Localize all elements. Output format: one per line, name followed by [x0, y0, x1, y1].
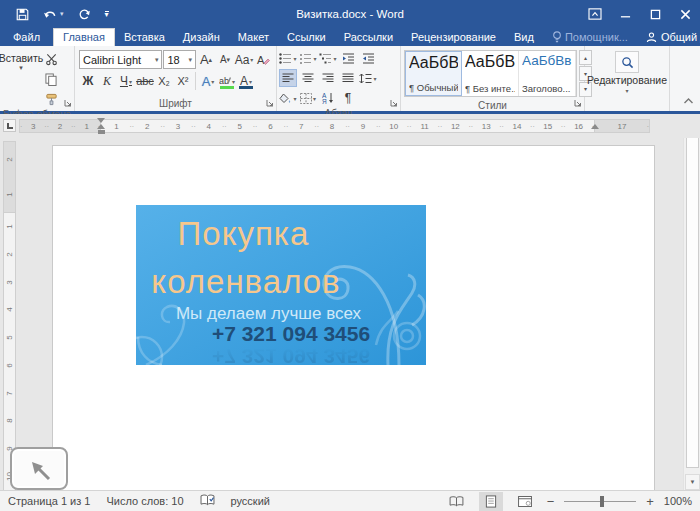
- scroll-thumb[interactable]: [686, 138, 699, 468]
- sort-button[interactable]: АЯ: [319, 89, 337, 107]
- justify-button[interactable]: [339, 69, 357, 87]
- numbering-button[interactable]: [299, 49, 317, 67]
- vertical-scrollbar[interactable]: ▲ ▼: [683, 138, 700, 491]
- clipboard-dialog-launcher[interactable]: [64, 97, 72, 109]
- word-count[interactable]: Число слов: 10: [106, 495, 183, 507]
- language-indicator[interactable]: русский: [231, 495, 270, 507]
- multilevel-list-button[interactable]: [319, 49, 337, 67]
- left-indent-marker[interactable]: [98, 130, 105, 134]
- collapse-ribbon-button[interactable]: [683, 95, 694, 107]
- ribbon-tab[interactable]: Вид: [505, 29, 543, 46]
- read-mode-button[interactable]: [445, 492, 469, 511]
- cursor-arrow-icon: [24, 455, 54, 483]
- font-color-button[interactable]: А: [237, 72, 255, 90]
- paragraph-dialog-launcher[interactable]: [390, 97, 398, 109]
- line-spacing-button[interactable]: [359, 69, 377, 87]
- zoom-slider-thumb[interactable]: [600, 496, 604, 507]
- scroll-down-button[interactable]: ▼: [685, 474, 700, 490]
- hanging-indent-marker[interactable]: [97, 124, 105, 129]
- format-painter-button[interactable]: [42, 90, 60, 108]
- ruler-cell: 1: [73, 122, 100, 131]
- ribbon-tab[interactable]: Ссылки: [278, 29, 335, 46]
- font-size-select[interactable]: 18 ▾: [163, 50, 196, 69]
- align-left-button[interactable]: [279, 69, 297, 87]
- ruler-cell: 9: [348, 122, 379, 131]
- web-layout-button[interactable]: [513, 492, 537, 511]
- paste-button[interactable]: Вставить: [2, 48, 40, 66]
- styles-dialog-launcher[interactable]: [574, 97, 582, 109]
- zoom-in-button[interactable]: +: [646, 494, 654, 509]
- ribbon-display-options-button[interactable]: [580, 0, 610, 28]
- assistant-label: Помощник...: [565, 31, 628, 43]
- shrink-font-button[interactable]: A▾: [216, 51, 234, 69]
- zoom-out-button[interactable]: −: [547, 494, 555, 509]
- increase-indent-button[interactable]: [359, 49, 377, 67]
- zoom-slider[interactable]: [564, 501, 636, 502]
- editing-group-button-label[interactable]: Редактирование: [587, 74, 667, 86]
- dialog-launcher-icon: [390, 99, 398, 107]
- strikethrough-button[interactable]: abc: [136, 72, 154, 90]
- ruler-number: 2: [5, 157, 14, 161]
- grow-font-button[interactable]: A▴: [197, 51, 215, 69]
- ribbon-tab[interactable]: Главная: [53, 28, 115, 46]
- business-card[interactable]: Покупка коленвалов Мы делаем лучше всех …: [136, 205, 426, 365]
- style-item[interactable]: АаБбВв ¶ Обычный: [405, 51, 462, 96]
- highlight-button[interactable]: ab: [218, 72, 236, 90]
- italic-button[interactable]: К: [98, 72, 116, 90]
- font-name-select[interactable]: Calibri Light ▾: [79, 50, 162, 69]
- undo-dropdown-arrow[interactable]: ▾: [60, 10, 64, 18]
- ribbon-tab[interactable]: Рецензирование: [402, 29, 505, 46]
- superscript-button[interactable]: X²: [174, 72, 192, 90]
- document-page[interactable]: Покупка коленвалов Мы делаем лучше всех …: [52, 145, 655, 491]
- share-button[interactable]: Общий доступ: [637, 29, 700, 46]
- ribbon-tab[interactable]: Макет: [229, 29, 278, 46]
- shading-button[interactable]: [279, 89, 297, 107]
- find-button[interactable]: [615, 51, 639, 73]
- style-item[interactable]: АаБбВв ¶ Без инте...: [462, 51, 519, 96]
- ribbon-tab[interactable]: Дизайн: [174, 29, 229, 46]
- show-marks-button[interactable]: ¶: [339, 89, 357, 107]
- align-right-button[interactable]: [319, 69, 337, 87]
- ruler-cell: 8: [4, 407, 15, 435]
- tab-file[interactable]: Файл: [0, 29, 53, 46]
- bullets-button[interactable]: [279, 49, 297, 67]
- style-item[interactable]: АаБбВв Заголово...: [519, 51, 576, 96]
- bold-button[interactable]: Ж: [79, 72, 97, 90]
- print-layout-button[interactable]: [479, 492, 503, 511]
- clear-formatting-button[interactable]: А: [254, 51, 272, 69]
- ruler-cell: 11: [409, 122, 440, 131]
- undo-button[interactable]: ▾: [43, 8, 64, 21]
- font-dialog-launcher[interactable]: [266, 97, 274, 109]
- align-center-button[interactable]: [299, 69, 317, 87]
- cut-button[interactable]: [42, 50, 60, 68]
- chevron-down-icon: ▾: [155, 56, 159, 64]
- redo-button[interactable]: [78, 8, 91, 21]
- ruler-cell: 1: [4, 177, 15, 212]
- ribbon-tab[interactable]: Рассылки: [335, 29, 402, 46]
- customize-qat-button[interactable]: ▾: [105, 11, 109, 17]
- save-button[interactable]: [16, 8, 29, 21]
- assistant-tab[interactable]: Помощник...: [543, 29, 637, 46]
- tab-selector[interactable]: [3, 119, 16, 132]
- ribbon-tab[interactable]: Вставка: [115, 29, 174, 46]
- chevron-down-icon: ▾: [188, 56, 192, 64]
- underline-button[interactable]: Ч: [117, 72, 135, 90]
- vertical-ruler[interactable]: 21 12345678910: [3, 141, 16, 491]
- borders-button[interactable]: [299, 89, 317, 107]
- right-indent-marker[interactable]: [591, 124, 599, 129]
- first-line-indent-marker[interactable]: [97, 118, 105, 123]
- close-button[interactable]: [670, 0, 700, 28]
- page-count[interactable]: Страница 1 из 1: [8, 495, 90, 507]
- text-effects-button[interactable]: А: [199, 72, 217, 90]
- copy-button[interactable]: [42, 70, 60, 88]
- multilevel-list-icon: [319, 53, 332, 64]
- minimize-button[interactable]: [610, 0, 640, 28]
- horizontal-ruler[interactable]: 321 12345678910111213141516 17: [19, 119, 650, 133]
- maximize-button[interactable]: [640, 0, 670, 28]
- zoom-level[interactable]: 100%: [664, 495, 692, 507]
- proofing-button[interactable]: [200, 494, 215, 508]
- change-case-button[interactable]: Aa: [235, 51, 253, 69]
- ruler-cell: 13: [471, 122, 502, 131]
- subscript-button[interactable]: X₂: [155, 72, 173, 90]
- decrease-indent-button[interactable]: [339, 49, 357, 67]
